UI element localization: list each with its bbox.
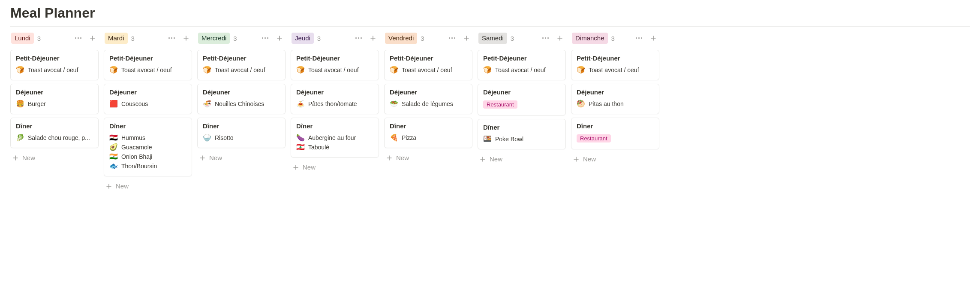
- more-icon[interactable]: ···: [353, 33, 364, 43]
- meal-label: Pitas au thon: [589, 100, 624, 107]
- meal-card[interactable]: Déjeuner🍜Nouilles Chinoises: [197, 84, 286, 114]
- meal-card[interactable]: Petit-Déjeuner🍞Toast avocat / oeuf: [384, 50, 472, 80]
- card-title: Petit-Déjeuner: [109, 55, 186, 62]
- add-card-button[interactable]: [555, 34, 565, 42]
- meal-card[interactable]: Dîner🇪🇬Hummus🥑Guacamole🇮🇳Onion Bhaji🐟Tho…: [104, 118, 192, 176]
- new-label: New: [303, 164, 316, 171]
- plus-icon: [105, 183, 112, 190]
- column-tag[interactable]: Jeudi: [292, 33, 314, 44]
- meal-card[interactable]: Dîner🍆Aubergine au four🇱🇧Taboulé: [291, 118, 379, 158]
- meal-item: 🥑Guacamole: [109, 142, 186, 152]
- new-card-button[interactable]: New: [478, 153, 566, 165]
- meal-card[interactable]: Déjeuner🟥Couscous: [104, 84, 192, 114]
- meal-label: Poke Bowl: [495, 136, 523, 142]
- card-title: Petit-Déjeuner: [483, 55, 560, 62]
- card-title: Déjeuner: [483, 88, 560, 96]
- meal-card[interactable]: Petit-Déjeuner🍞Toast avocat / oeuf: [478, 50, 566, 80]
- meal-label: Toast avocat / oeuf: [121, 67, 172, 73]
- column-tag[interactable]: Mardi: [105, 33, 128, 44]
- column-tag[interactable]: Dimanche: [572, 33, 608, 44]
- card-title: Dîner: [16, 122, 93, 130]
- meal-label: Couscous: [121, 100, 148, 107]
- meal-emoji-icon: 🍜: [203, 100, 211, 107]
- card-title: Petit-Déjeuner: [577, 55, 654, 62]
- meal-item: 🍞Toast avocat / oeuf: [577, 65, 654, 75]
- meal-card[interactable]: Déjeuner🥗Salade de légumes: [384, 84, 472, 114]
- meal-label: Salade de légumes: [402, 100, 453, 107]
- meal-emoji-icon: 🍞: [577, 67, 585, 73]
- more-icon[interactable]: ···: [73, 33, 84, 43]
- meal-card[interactable]: Petit-Déjeuner🍞Toast avocat / oeuf: [10, 50, 99, 80]
- meal-emoji-icon: 🥑: [109, 144, 118, 151]
- column-tag[interactable]: Vendredi: [385, 33, 417, 44]
- column-tag[interactable]: Samedi: [478, 33, 507, 44]
- more-icon[interactable]: ···: [260, 33, 271, 43]
- meal-card[interactable]: Dîner🥬Salade chou rouge, p...: [10, 118, 99, 148]
- meal-item: 🍔Burger: [16, 99, 93, 109]
- more-icon[interactable]: ···: [634, 33, 645, 43]
- page-title: Meal Planner: [10, 5, 970, 21]
- meal-label: Thon/Boursin: [121, 163, 157, 170]
- meal-card[interactable]: Petit-Déjeuner🍞Toast avocat / oeuf: [197, 50, 286, 80]
- meal-label: Hummus: [121, 134, 145, 141]
- card-title: Déjeuner: [203, 88, 280, 96]
- meal-emoji-icon: 🇮🇳: [109, 153, 118, 160]
- new-label: New: [116, 182, 129, 190]
- meal-card[interactable]: Dîner🍱Poke Bowl: [478, 119, 566, 149]
- meal-item: 🇱🇧Taboulé: [296, 142, 373, 152]
- meal-card[interactable]: Dîner🍕Pizza: [384, 118, 472, 148]
- new-card-button[interactable]: New: [10, 152, 99, 164]
- meal-card[interactable]: Déjeuner🥙Pitas au thon: [571, 84, 659, 114]
- card-title: Déjeuner: [296, 88, 373, 96]
- meal-card[interactable]: DéjeunerRestaurant: [478, 84, 566, 115]
- new-label: New: [583, 155, 596, 163]
- plus-icon: [12, 155, 19, 161]
- meal-emoji-icon: 🍞: [16, 67, 24, 73]
- meal-card[interactable]: Déjeuner🍔Burger: [10, 84, 99, 114]
- new-card-button[interactable]: New: [571, 153, 659, 165]
- meal-item: 🍆Aubergine au four: [296, 133, 373, 142]
- more-icon[interactable]: ···: [447, 33, 458, 43]
- column-count: 3: [421, 35, 424, 42]
- more-icon[interactable]: ···: [540, 33, 551, 43]
- meal-card[interactable]: Petit-Déjeuner🍞Toast avocat / oeuf: [104, 50, 192, 80]
- add-card-button[interactable]: [87, 34, 98, 42]
- meal-emoji-icon: 🟥: [109, 100, 118, 107]
- column-tag[interactable]: Mercredi: [198, 33, 230, 44]
- divider: [10, 26, 970, 27]
- card-title: Petit-Déjeuner: [296, 55, 373, 62]
- meal-item: 🍞Toast avocat / oeuf: [16, 65, 93, 75]
- add-card-button[interactable]: [181, 34, 191, 42]
- add-card-button[interactable]: [461, 34, 472, 42]
- meal-emoji-icon: 🍝: [296, 100, 305, 107]
- meal-label: Nouilles Chinoises: [215, 100, 264, 107]
- add-card-button[interactable]: [648, 34, 658, 42]
- meal-card[interactable]: DînerRestaurant: [571, 118, 659, 149]
- add-card-button[interactable]: [368, 34, 378, 42]
- meal-label: Risotto: [215, 134, 234, 141]
- meal-emoji-icon: 🇱🇧: [296, 144, 305, 151]
- meal-emoji-icon: 🍚: [203, 134, 211, 141]
- meal-emoji-icon: 🐟: [109, 163, 118, 170]
- new-card-button[interactable]: New: [104, 180, 192, 192]
- new-card-button[interactable]: New: [197, 152, 286, 164]
- meal-card[interactable]: Petit-Déjeuner🍞Toast avocat / oeuf: [291, 50, 379, 80]
- more-icon[interactable]: ···: [166, 33, 177, 43]
- meal-emoji-icon: 🍆: [296, 134, 305, 141]
- new-card-button[interactable]: New: [291, 161, 379, 173]
- add-card-button[interactable]: [274, 34, 285, 42]
- column-header: Samedi3···: [478, 31, 566, 45]
- column-tag[interactable]: Lundi: [11, 33, 34, 44]
- meal-card[interactable]: Petit-Déjeuner🍞Toast avocat / oeuf: [571, 50, 659, 80]
- new-label: New: [209, 154, 222, 161]
- meal-card[interactable]: Dîner🍚Risotto: [197, 118, 286, 148]
- meal-label: Guacamole: [121, 144, 152, 151]
- meal-card[interactable]: Déjeuner🍝Pâtes thon/tomate: [291, 84, 379, 114]
- new-card-button[interactable]: New: [384, 152, 472, 164]
- meal-label: Toast avocat / oeuf: [28, 67, 78, 73]
- column-mardi: Mardi3···Petit-Déjeuner🍞Toast avocat / o…: [104, 31, 192, 192]
- meal-label: Toast avocat / oeuf: [589, 67, 639, 73]
- tag-pill: Restaurant: [483, 100, 517, 109]
- meal-item: 🇪🇬Hummus: [109, 133, 186, 142]
- meal-emoji-icon: 🍕: [390, 134, 398, 141]
